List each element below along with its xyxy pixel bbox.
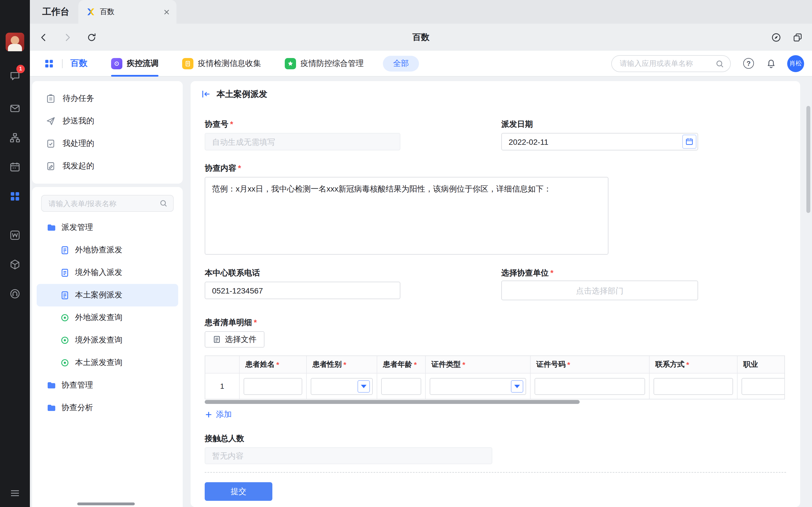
add-row-button[interactable]: 添加 [205, 408, 232, 421]
th-occupation: 职业 [738, 356, 785, 374]
tree-item-waidi-query[interactable]: 外地派发查询 [32, 306, 183, 329]
docs-icon[interactable] [7, 228, 22, 243]
menu-icon[interactable] [7, 486, 22, 501]
tree-folder-dispatch[interactable]: 派发管理 [32, 216, 183, 239]
search-icon[interactable] [715, 59, 725, 68]
apps-grid-icon[interactable] [44, 58, 54, 68]
tab-label: 百数 [100, 7, 157, 17]
send-icon [46, 116, 56, 126]
page-title: 百数 [30, 24, 812, 51]
nav-app-yiqingjiance[interactable]: 疫情检测信息收集 [182, 50, 261, 76]
compass-icon[interactable] [769, 31, 783, 44]
org-icon[interactable] [7, 130, 22, 145]
th-index [205, 356, 240, 374]
coop-unit-input[interactable] [501, 281, 698, 300]
tree-item-bentu-anli[interactable]: 本土案例派发 [37, 284, 178, 306]
menu-item-handled[interactable]: 我处理的 [32, 132, 183, 155]
dispatch-date-input[interactable] [501, 133, 698, 151]
search-icon[interactable] [159, 199, 168, 208]
tree-item-bentu-query[interactable]: 本土派发查询 [32, 351, 183, 374]
submit-button[interactable]: 提交 [205, 482, 272, 501]
tree-item-waidi-xiecha[interactable]: 外地协查派发 [32, 239, 183, 262]
baishu-logo-icon [86, 7, 95, 16]
center-phone-input[interactable] [205, 282, 400, 299]
th-age: 患者年龄* [377, 356, 426, 374]
section-divider [205, 472, 786, 473]
phone-icon[interactable] [7, 286, 22, 301]
workbench-icon[interactable] [7, 189, 22, 204]
label-coop-unit: 选择协查单位* [501, 268, 553, 278]
contact-input[interactable] [654, 378, 733, 395]
label-total-contacts: 接触总人数 [205, 434, 244, 444]
user-avatar[interactable] [6, 33, 24, 51]
bell-icon[interactable] [765, 57, 777, 69]
app-search [611, 55, 731, 72]
app-nav: 百数 疾控流调 疫情检测信息收集 疫情防控综合管理 全部 ? [30, 51, 812, 76]
th-id-number: 证件号码* [530, 356, 650, 374]
user-chip[interactable]: 肖松 [787, 55, 804, 72]
content-textarea[interactable]: 范例：x月xx日，我中心检测一名xxx新冠病毒核酸结果为阳性，该病例位于你区，详… [205, 177, 608, 255]
menu-item-initiated[interactable]: 我发起的 [32, 155, 183, 177]
vertical-scrollbar-thumb[interactable] [806, 106, 810, 213]
form-card: 本土案例派发 协查号* 派发日期 协查内容* 范例：x月xx日，我中心检测一名x… [191, 81, 800, 507]
patient-name-input[interactable] [244, 378, 302, 395]
workspace-title: 工作台 [42, 0, 69, 24]
label-dispatch-date: 派发日期 [501, 119, 533, 129]
tree-item-jingwai-shuru[interactable]: 境外输入派发 [32, 262, 183, 284]
tree-folder-xiecha-analysis[interactable]: 协查分析 [32, 397, 183, 419]
mail-icon[interactable] [7, 101, 22, 116]
row-index: 1 [205, 374, 240, 399]
form-search-input[interactable] [42, 195, 173, 211]
calendar-picker-icon[interactable] [682, 135, 696, 149]
plus-icon [205, 411, 213, 418]
th-id-type: 证件类型* [426, 356, 530, 374]
table-header-row: 患者姓名* 患者性别* 患者年龄* 证件类型* 证件号码* 联系方式* 职业 [205, 356, 784, 374]
calendar-icon[interactable] [7, 159, 22, 175]
doc-edit-icon [46, 161, 56, 171]
nav-app-jikongliudiao[interactable]: 疾控流调 [111, 50, 158, 76]
tree-folder-xiecha-mgmt[interactable]: 协查管理 [32, 374, 183, 397]
nav-home-baishu[interactable]: 百数 [70, 58, 87, 69]
divider [62, 59, 63, 68]
label-content: 协查内容* [205, 163, 241, 173]
menu-item-cc-me[interactable]: 抄送我的 [32, 110, 183, 132]
query-icon [60, 336, 69, 345]
id-number-input[interactable] [535, 378, 645, 395]
folder-icon [47, 403, 56, 412]
quick-menu-panel: 待办任务 抄送我的 我处理的 我发起的 [32, 81, 183, 184]
gender-dropdown-icon[interactable] [357, 380, 370, 392]
dispatch-date-field [501, 133, 698, 151]
cube-icon[interactable] [7, 257, 22, 272]
nav-app-yiqingfangkong[interactable]: 疫情防控综合管理 [285, 50, 364, 76]
nav-all-button[interactable]: 全部 [383, 55, 419, 71]
panel-horizontal-scrollbar[interactable] [77, 503, 135, 505]
table-horizontal-scrollbar[interactable] [205, 400, 580, 404]
occupation-input[interactable] [742, 378, 785, 395]
menu-item-todo[interactable]: 待办任务 [32, 87, 183, 110]
total-contacts-input[interactable] [205, 447, 492, 464]
window-restore-icon[interactable] [791, 31, 804, 44]
tree-item-jingwai-query[interactable]: 境外派发查询 [32, 329, 183, 351]
table-row: 1 [205, 374, 784, 399]
folder-icon [47, 381, 56, 390]
app-icon-purple [111, 58, 122, 69]
patient-age-input[interactable] [381, 378, 421, 395]
app-icon-yellow [182, 58, 193, 69]
ref-no-input[interactable] [205, 133, 400, 151]
app-icon-green [285, 58, 296, 69]
doc-check-icon [46, 138, 56, 149]
form-search [41, 195, 174, 212]
id-type-dropdown-icon[interactable] [511, 380, 523, 392]
label-ref-no: 协查号* [205, 119, 233, 129]
tab-baishu[interactable]: 百数 [79, 0, 176, 24]
form-tree-panel: 派发管理 外地协查派发 境外输入派发 本土案例派发 外地派发查询 境外派发查询 [32, 187, 183, 507]
help-icon[interactable]: ? [743, 58, 754, 69]
app-search-input[interactable] [612, 55, 730, 71]
choose-file-button[interactable]: 选择文件 [205, 331, 264, 348]
collapse-back-icon[interactable] [201, 89, 211, 99]
doc-icon [60, 268, 69, 277]
patient-table: 患者姓名* 患者性别* 患者年龄* 证件类型* 证件号码* 联系方式* 职业 1 [205, 355, 785, 399]
query-icon [60, 313, 69, 322]
unread-badge: 1 [16, 65, 25, 73]
tab-close-icon[interactable] [162, 7, 171, 16]
